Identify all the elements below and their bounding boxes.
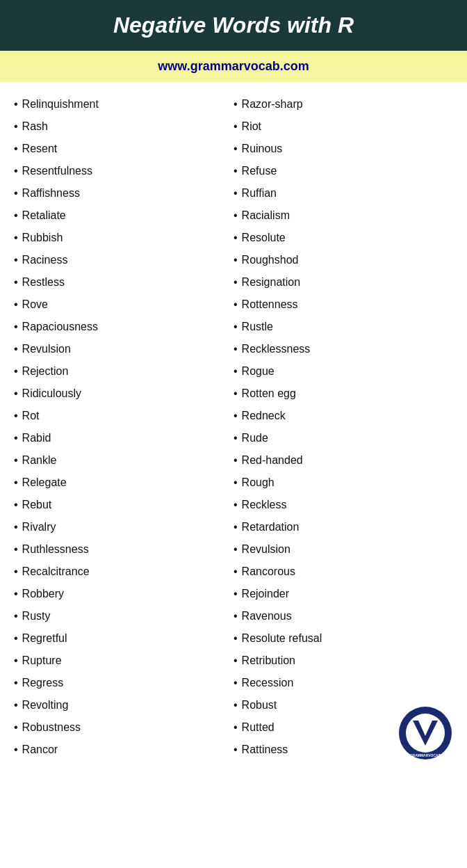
list-item: Restless bbox=[14, 271, 234, 294]
list-item: Retardation bbox=[234, 516, 453, 538]
list-item: Rancor bbox=[14, 739, 234, 761]
list-item: Retribution bbox=[234, 650, 453, 672]
right-column: Razor-sharpRiotRuinousRefuseRuffianRacia… bbox=[234, 93, 453, 761]
list-item: Rancorous bbox=[234, 561, 453, 583]
list-item: Recalcitrance bbox=[14, 561, 234, 583]
left-column: RelinquishmentRashResentResentfulnessRaf… bbox=[14, 93, 234, 761]
list-item: Rupture bbox=[14, 650, 234, 672]
list-item: Ruffian bbox=[234, 182, 453, 204]
list-item: Robustness bbox=[14, 716, 234, 739]
list-item: Raciness bbox=[14, 249, 234, 271]
grammarvocab-logo: GRAMMARVOCAB bbox=[398, 705, 453, 761]
page-title: Negative Words with R bbox=[14, 13, 453, 38]
list-item: Racialism bbox=[234, 204, 453, 227]
list-item: Roughshod bbox=[234, 249, 453, 271]
list-item: Raffishness bbox=[14, 182, 234, 204]
list-item: Rivalry bbox=[14, 516, 234, 538]
list-item: Resent bbox=[14, 138, 234, 160]
list-item: Retaliate bbox=[14, 204, 234, 227]
list-item: Resolute bbox=[234, 227, 453, 249]
list-item: Recklessness bbox=[234, 338, 453, 360]
list-item: Rove bbox=[14, 294, 234, 316]
list-item: Ravenous bbox=[234, 605, 453, 627]
list-item: Rabid bbox=[14, 427, 234, 449]
list-item: Rude bbox=[234, 427, 453, 449]
list-item: Rejection bbox=[14, 360, 234, 383]
list-item: Robbery bbox=[14, 583, 234, 605]
list-item: Rough bbox=[234, 472, 453, 494]
list-item: Rejoinder bbox=[234, 583, 453, 605]
list-item: Rustle bbox=[234, 316, 453, 338]
list-item: Resignation bbox=[234, 271, 453, 294]
list-item: Redneck bbox=[234, 405, 453, 427]
list-item: Regress bbox=[14, 672, 234, 694]
list-item: Rot bbox=[14, 405, 234, 427]
website-bar: www.grammarvocab.com bbox=[0, 51, 467, 82]
svg-point-1 bbox=[406, 714, 445, 753]
list-item: Resolute refusal bbox=[234, 627, 453, 650]
list-item: Ruthlessness bbox=[14, 538, 234, 561]
list-item: Rusty bbox=[14, 605, 234, 627]
list-item: Refuse bbox=[234, 160, 453, 182]
list-item: Red-handed bbox=[234, 449, 453, 472]
list-item: Relegate bbox=[14, 472, 234, 494]
list-item: Riot bbox=[234, 115, 453, 138]
page-header: Negative Words with R bbox=[0, 0, 467, 51]
list-item: Rebut bbox=[14, 494, 234, 516]
word-columns: RelinquishmentRashResentResentfulnessRaf… bbox=[14, 93, 453, 761]
list-item: Revulsion bbox=[14, 338, 234, 360]
list-item: Reckless bbox=[234, 494, 453, 516]
list-item: Rubbish bbox=[14, 227, 234, 249]
list-item: Resentfulness bbox=[14, 160, 234, 182]
list-item: Recession bbox=[234, 672, 453, 694]
list-item: Ridiculously bbox=[14, 383, 234, 405]
list-item: Regretful bbox=[14, 627, 234, 650]
list-item: Rapaciousness bbox=[14, 316, 234, 338]
list-item: Rottenness bbox=[234, 294, 453, 316]
list-item: Razor-sharp bbox=[234, 93, 453, 115]
main-content: RelinquishmentRashResentResentfulnessRaf… bbox=[0, 82, 467, 775]
list-item: Ruinous bbox=[234, 138, 453, 160]
list-item: Rash bbox=[14, 115, 234, 138]
list-item: Revulsion bbox=[234, 538, 453, 561]
list-item: Rotten egg bbox=[234, 383, 453, 405]
svg-text:GRAMMARVOCAB: GRAMMARVOCAB bbox=[410, 753, 441, 757]
list-item: Rankle bbox=[14, 449, 234, 472]
website-link[interactable]: www.grammarvocab.com bbox=[158, 59, 309, 73]
list-item: Rogue bbox=[234, 360, 453, 383]
list-item: Relinquishment bbox=[14, 93, 234, 115]
list-item: Revolting bbox=[14, 694, 234, 716]
logo-container: GRAMMARVOCAB bbox=[398, 705, 453, 761]
